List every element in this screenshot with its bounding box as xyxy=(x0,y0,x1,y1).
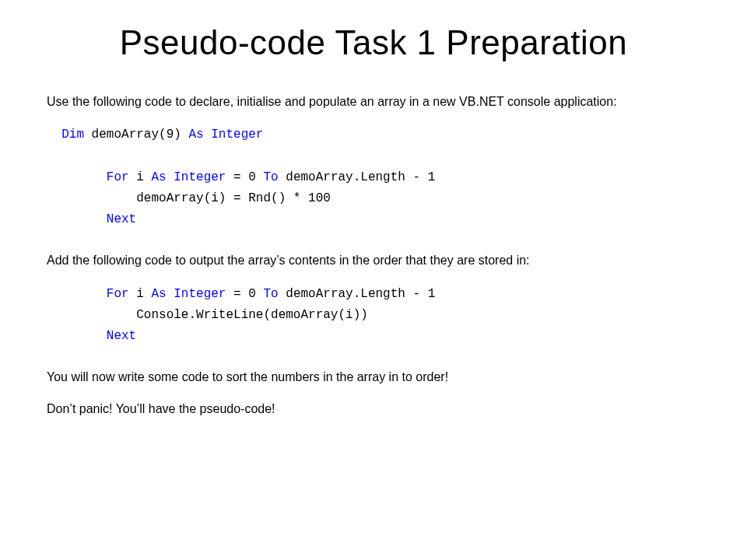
code-block-2: For i As Integer = 0 To demoArray.Length… xyxy=(47,284,700,348)
code-text xyxy=(167,287,174,301)
code-text xyxy=(47,287,107,301)
keyword-to: To xyxy=(263,170,278,184)
keyword-integer: Integer xyxy=(174,170,226,184)
code-text xyxy=(167,170,174,184)
keyword-integer: Integer xyxy=(211,128,263,142)
keyword-to: To xyxy=(263,287,278,301)
code-text xyxy=(47,128,61,142)
code-text: demoArray.Length - 1 xyxy=(279,287,436,301)
keyword-as: As xyxy=(151,287,166,301)
slide-title: Pseudo-code Task 1 Preparation xyxy=(47,23,700,62)
keyword-for: For xyxy=(107,170,129,184)
keyword-integer: Integer xyxy=(174,287,226,301)
code-text: demoArray(i) = Rnd() * 100 xyxy=(47,191,331,205)
code-block-1: Dim demoArray(9) As Integer For i As Int… xyxy=(47,124,700,230)
code-text: i xyxy=(129,287,152,301)
paragraph-task: You will now write some code to sort the… xyxy=(47,369,700,386)
code-text xyxy=(204,128,212,142)
code-text: i xyxy=(129,170,152,184)
code-text: Console.WriteLine(demoArray(i)) xyxy=(47,308,368,322)
paragraph-output: Add the following code to output the arr… xyxy=(47,252,700,269)
code-text: demoArray.Length - 1 xyxy=(279,170,436,184)
code-text xyxy=(47,212,107,226)
code-text xyxy=(47,170,107,184)
code-text xyxy=(47,329,107,343)
keyword-next: Next xyxy=(107,329,136,343)
keyword-as: As xyxy=(151,170,166,184)
keyword-as: As xyxy=(188,128,203,142)
keyword-for: For xyxy=(107,287,129,301)
keyword-dim: Dim xyxy=(61,128,84,142)
code-text: = 0 xyxy=(226,170,263,184)
code-text: demoArray(9) xyxy=(84,128,188,142)
paragraph-intro: Use the following code to declare, initi… xyxy=(47,93,700,110)
code-text: = 0 xyxy=(226,287,263,301)
keyword-next: Next xyxy=(107,212,136,226)
paragraph-reassure: Don’t panic! You’ll have the pseudo-code… xyxy=(47,401,700,418)
slide-container: Pseudo-code Task 1 Preparation Use the f… xyxy=(0,0,747,463)
